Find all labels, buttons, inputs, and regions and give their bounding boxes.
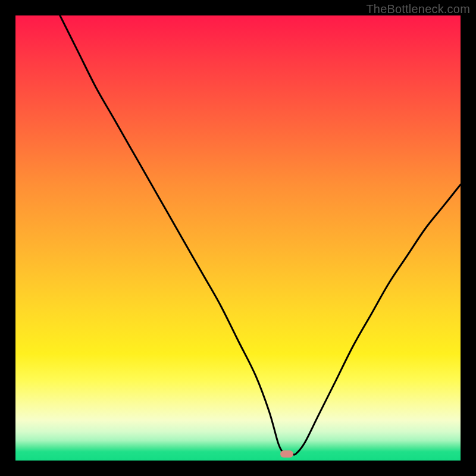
bottleneck-curve-path: [60, 15, 461, 455]
chart-frame: TheBottleneck.com: [0, 0, 476, 476]
watermark-text: TheBottleneck.com: [366, 2, 470, 16]
optimal-point-marker: [280, 450, 293, 458]
bottleneck-curve-svg: [15, 15, 461, 461]
plot-area: [15, 15, 461, 461]
